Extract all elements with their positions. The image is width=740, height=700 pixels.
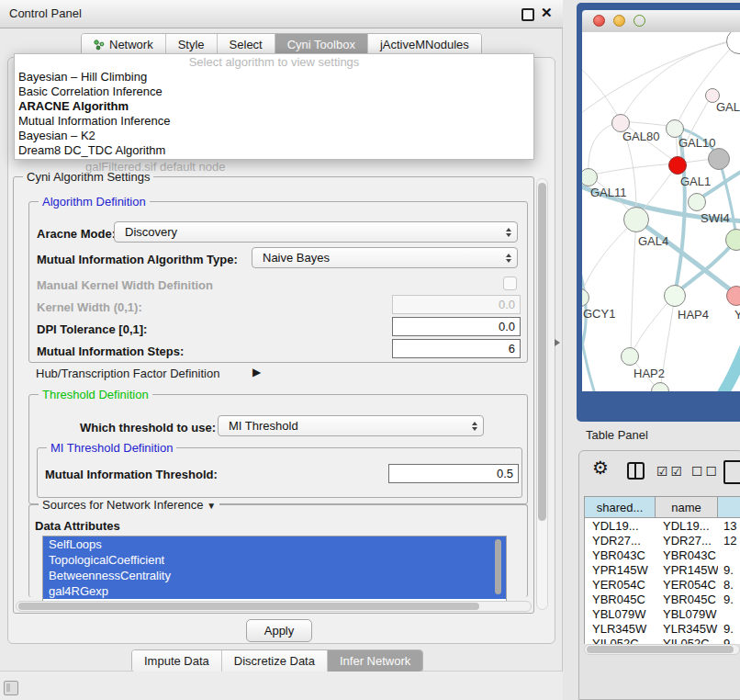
column-layout-icon[interactable] [627,462,645,480]
close-window-button[interactable] [593,15,605,27]
network-node-gal4[interactable] [623,207,649,232]
algorithm-options: Bayesian – Hill ClimbingBasic Correlatio… [15,70,533,158]
minimize-window-button[interactable] [613,15,625,27]
table-row[interactable]: YBL079WYBL079W [585,606,740,621]
tab-style[interactable]: Style [166,34,218,55]
tab-label: Cyni Toolbox [287,38,355,51]
table-cell: YBL079W [585,607,656,621]
table-row[interactable]: YBR045CYBR045C9. [585,592,740,606]
table-cell: 9. [718,637,740,645]
network-node-swi4[interactable] [688,193,706,211]
column-header-shared[interactable]: shared... [585,496,656,518]
tab-impute-data[interactable]: Impute Data [132,650,222,672]
table-row[interactable]: YER054CYER054C8. [585,577,740,592]
network-node-y[interactable] [726,286,740,306]
minimized-panel-icon[interactable] [4,681,18,695]
tab-select[interactable]: Select [218,34,275,55]
network-node-gal10[interactable] [666,119,684,138]
algorithm-option-bayesian-hill-climbing[interactable]: Bayesian – Hill Climbing [15,70,533,85]
tab-discretize-data[interactable]: Discretize Data [222,650,328,672]
aracne-mode-label: Aracne Mode: [37,227,116,241]
data-attributes-label: Data Attributes [35,519,120,533]
float-window-icon[interactable] [521,8,534,21]
column-header-name[interactable]: name [656,496,718,518]
table-cell: YBL079W [656,607,718,621]
hub-section-label[interactable]: Hub/Transcription Factor Definition [36,367,219,380]
network-node-hap2[interactable] [621,347,639,366]
collapse-arrow-icon[interactable]: ▼ [207,501,216,511]
attribute-item-selfloops[interactable]: SelfLoops [43,536,506,552]
attribute-item-betweennesscentrality[interactable]: BetweennessCentrality [43,568,506,583]
clear-checkboxes-icon[interactable]: ☐☐ [691,464,720,479]
network-node[interactable] [708,148,730,170]
zoom-window-button[interactable] [633,15,645,27]
tab-label: jActiveMNodules [380,38,469,51]
close-icon[interactable]: ✕ [541,5,553,21]
which-threshold-label: Which threshold to use: [80,421,216,435]
select-all-checkboxes-icon[interactable]: ☑☑ [656,464,685,479]
column-header-extra[interactable] [718,496,740,518]
table-row[interactable]: YIL052CYIL052C9. [585,636,740,644]
mi-threshold-groupbox: MI Threshold Definition Mutual Informati… [37,447,522,498]
stepper-icon [506,254,511,263]
cyni-settings-groupbox: Cyni Algorithm Settings Algorithm Defini… [13,176,534,614]
table-cell: YIL052C [656,637,718,645]
table-cell: YLR345W [656,622,718,636]
sources-legend-text: Sources for Network Inference [42,498,204,512]
kernel-width-field [392,295,521,314]
algorithm-option-bayesian-k2[interactable]: Bayesian – K2 [15,129,533,143]
tab-jactivemnodules[interactable]: jActiveMNodules [368,34,481,55]
settings-gear-icon[interactable]: ⚙ [592,457,609,479]
attributes-scrollbar[interactable] [495,539,501,594]
mi-type-label: Mutual Information Algorithm Type: [37,253,238,266]
control-panel-title: Control Panel [9,6,82,20]
table-cell: YPR145W [656,563,718,577]
table-horizontal-scrollbar[interactable] [587,646,734,653]
algorithm-option-aracne-algorithm[interactable]: ARACNE Algorithm [15,99,533,114]
settings-vertical-scrollbar[interactable] [538,183,546,521]
table-cell: YBR043C [656,548,718,562]
manual-kernel-checkbox[interactable] [503,277,517,290]
tab-label: Impute Data [144,654,209,668]
which-threshold-value: MI Threshold [229,419,298,433]
algorithm-option-basic-correlation-inference[interactable]: Basic Correlation Inference [15,85,533,99]
network-node-gal1[interactable] [668,156,687,175]
settings-horizontal-scrollbar-track [16,601,532,612]
which-threshold-select[interactable]: MI Threshold [218,415,484,436]
mi-type-select[interactable]: Naive Bayes [252,247,518,268]
attribute-item-topologicalcoefficient[interactable]: TopologicalCoefficient [43,552,506,568]
tab-cyni-toolbox[interactable]: Cyni Toolbox [275,34,368,55]
network-view-window: GAL80GAL10GALGAL1GAL11SWI4GAL4GCY1HAP4YH… [577,3,740,422]
settings-horizontal-scrollbar[interactable] [18,603,479,610]
control-panel-window: Control Panel ✕ NetworkStyleSelectCyni T… [0,0,563,672]
algorithm-dropdown-placeholder: Select algorithm to view settings [15,54,533,70]
table-cell: 13 [718,519,740,533]
panel-divider-arrow[interactable] [555,339,560,346]
tab-label: Style [178,38,205,51]
table-row[interactable]: YBR043CYBR043C [585,548,740,562]
mi-steps-field[interactable] [392,339,521,358]
apply-button[interactable]: Apply [246,619,312,642]
algorithm-option-dream8-dc-tdc-algorithm[interactable]: Dream8 DC_TDC Algorithm [15,143,533,158]
table-row[interactable]: YDR27...YDR27...12 [585,533,740,548]
table-row[interactable]: YPR145WYPR145W9. [585,562,740,577]
tab-label: Network [109,38,153,51]
table-horizontal-scrollbar-track [584,644,740,655]
tab-infer-network[interactable]: Infer Network [328,650,422,672]
mi-threshold-field[interactable] [388,464,519,483]
attribute-item-gal4rgexp[interactable]: gal4RGexp [43,583,506,599]
expand-arrow-icon[interactable]: ▶ [252,366,261,378]
algorithm-option-mutual-information-inference[interactable]: Mutual Information Inference [15,114,533,129]
table-cell: YDR27... [585,534,656,548]
node-label: GCY1 [583,307,615,321]
tab-network[interactable]: Network [82,34,166,55]
sources-legend: Sources for Network Inference ▼ [39,498,219,512]
new-table-icon[interactable] [723,460,740,484]
table-row[interactable]: YDL19...YDL19...13 [585,518,740,533]
network-canvas[interactable]: GAL80GAL10GALGAL1GAL11SWI4GAL4GCY1HAP4YH… [582,32,740,391]
table-cell: 9. [718,622,740,636]
aracne-mode-select[interactable]: Discovery [114,221,518,243]
network-node-hap4[interactable] [664,285,686,307]
table-row[interactable]: YLR345WYLR345W9. [585,621,740,636]
dpi-tolerance-field[interactable] [392,317,521,336]
